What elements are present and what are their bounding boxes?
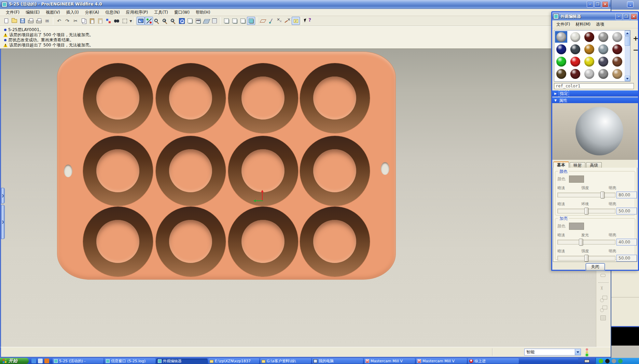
combo-dropdown-button[interactable] (575, 349, 581, 355)
paste-icon[interactable] (88, 17, 96, 25)
cup-bottom-face[interactable] (313, 76, 356, 120)
start-button[interactable]: 开始 (0, 358, 29, 364)
dialog-menu-item-1[interactable]: 材料(M) (573, 21, 593, 28)
email-icon[interactable]: ✉ (43, 17, 51, 25)
navigator-sash-button[interactable]: ❯ (1, 188, 5, 204)
spin-center-icon[interactable] (145, 17, 153, 25)
taskbar-button[interactable]: MMastercam Mill V (416, 359, 467, 364)
open-file-icon[interactable] (10, 17, 18, 25)
menu-item-4[interactable]: 分析(A) (82, 9, 102, 16)
repaint-icon[interactable] (137, 17, 145, 25)
palette-swatch[interactable] (555, 68, 567, 80)
audio-tray-icon[interactable] (612, 359, 616, 363)
merge-icon[interactable]: )( (599, 285, 608, 293)
palette-swatch[interactable] (611, 68, 623, 80)
palette-swatch[interactable] (583, 68, 595, 80)
print-setup-icon[interactable] (35, 17, 43, 25)
remove-appearance-button[interactable]: − (633, 46, 639, 53)
show-desktop-icon[interactable] (38, 359, 43, 363)
media-quicklaunch-icon[interactable] (44, 359, 49, 363)
palette-swatch[interactable] (569, 31, 581, 43)
select-box-icon[interactable] (121, 17, 129, 25)
ie-quicklaunch-icon[interactable] (31, 359, 36, 363)
menu-item-5[interactable]: 信息(N) (102, 9, 123, 16)
saved-views-icon[interactable]: AB (194, 17, 202, 25)
palette-swatch[interactable] (583, 80, 595, 82)
palette-swatch[interactable] (597, 31, 609, 43)
cup-bottom-face[interactable] (169, 220, 212, 263)
slider-thumb[interactable] (584, 255, 588, 262)
palette-swatch[interactable] (611, 31, 623, 43)
dialog-close-button[interactable]: × (630, 13, 637, 20)
slider-thumb[interactable] (579, 239, 583, 246)
slider-value-field[interactable]: 40.00 (616, 239, 637, 246)
palette-swatch[interactable] (555, 31, 567, 43)
qq-tray-icon[interactable] (605, 359, 610, 363)
taskbar-button[interactable]: E:\zp\XZN\xzp1837 (208, 359, 259, 364)
muffin-cup-feature[interactable] (156, 63, 226, 133)
palette-swatch[interactable] (555, 43, 567, 55)
dialog-maximize-button[interactable]: ❐ (623, 13, 630, 20)
muffin-cup-feature[interactable] (156, 207, 226, 277)
taskbar-button[interactable]: 5-25 (活动的) - (53, 359, 103, 364)
dialog-menu-item-2[interactable]: 选项 (593, 21, 607, 28)
cup-bottom-face[interactable] (241, 220, 284, 263)
slider-value-field[interactable]: 50.00 (616, 255, 637, 262)
pattern-icon[interactable] (599, 315, 608, 322)
find-icon[interactable] (112, 17, 121, 25)
cup-bottom-face[interactable] (241, 149, 284, 192)
context-help-icon[interactable] (304, 17, 312, 25)
palette-swatch[interactable] (569, 80, 581, 82)
datum-axis-icon[interactable] (267, 17, 275, 25)
palette-swatch[interactable] (555, 56, 567, 67)
palette-swatch[interactable] (569, 43, 581, 55)
zoom-out-icon[interactable]: − (169, 17, 178, 25)
refit-icon[interactable] (178, 17, 186, 25)
assign-section-header[interactable]: ▶ 指定 (552, 90, 638, 97)
menu-item-8[interactable]: 窗口(W) (171, 9, 193, 16)
redo-icon[interactable]: ↷ (63, 17, 71, 25)
shaded-icon[interactable] (247, 17, 255, 25)
palette-swatch[interactable] (597, 68, 609, 80)
wireframe-icon[interactable] (222, 17, 231, 25)
menu-item-2[interactable]: 视图(V) (43, 9, 63, 16)
cup-bottom-face[interactable] (96, 149, 139, 192)
palette-swatch[interactable] (569, 56, 581, 67)
regenerate-icon[interactable] (104, 17, 112, 25)
hidden-line-icon[interactable] (231, 17, 239, 25)
taskbar-button[interactable]: 徐上进 (468, 359, 519, 364)
cup-bottom-face[interactable] (169, 76, 212, 120)
slider-value-field[interactable]: 80.00 (616, 192, 637, 198)
paste-special-icon[interactable] (96, 17, 104, 25)
minimize-button[interactable]: – (587, 1, 594, 8)
muffin-cup-feature[interactable] (300, 207, 370, 277)
close-button[interactable]: × (602, 1, 609, 8)
muffin-cup-feature[interactable] (83, 136, 153, 206)
menu-item-1[interactable]: 编辑(E) (23, 9, 43, 16)
surface-icon[interactable] (599, 272, 608, 280)
scroll-down-button[interactable] (625, 76, 630, 81)
cup-bottom-face[interactable] (313, 220, 356, 263)
graphics-viewport[interactable]: ❯ ❯ (0, 49, 596, 347)
trim-quilt-icon[interactable] (599, 295, 608, 303)
extend-quilt-icon[interactable] (599, 305, 608, 312)
muffin-cup-feature[interactable] (83, 63, 153, 133)
slider-track[interactable] (557, 193, 615, 197)
palette-swatch[interactable] (583, 31, 595, 43)
muffin-cup-feature[interactable] (228, 207, 298, 277)
undo-icon[interactable]: ↶ (55, 17, 63, 25)
taskbar-button[interactable]: 我的电脑 (312, 359, 363, 364)
muffin-cup-feature[interactable] (156, 136, 226, 206)
tab-映射[interactable]: 映射 (570, 162, 585, 168)
input-method-button[interactable] (578, 358, 595, 364)
background-window-minimize-button[interactable]: – (627, 1, 634, 8)
palette-swatch[interactable] (597, 56, 609, 67)
csys-display-icon[interactable] (283, 17, 292, 25)
muffin-cup-feature[interactable] (228, 63, 298, 133)
menu-item-0[interactable]: 文件(F) (3, 9, 23, 16)
menu-item-7[interactable]: 工具(T) (151, 9, 171, 16)
new-file-icon[interactable] (2, 17, 10, 25)
palette-swatch[interactable] (597, 80, 609, 82)
no-hidden-icon[interactable] (239, 17, 247, 25)
dialog-minimize-button[interactable]: – (615, 13, 622, 20)
